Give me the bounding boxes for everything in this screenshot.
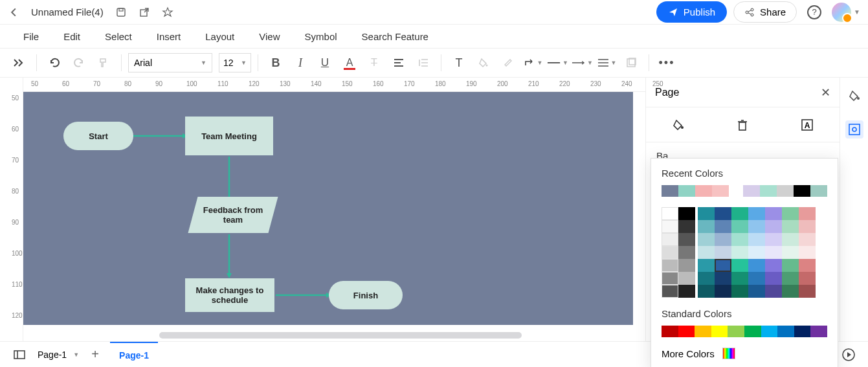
color-swatch[interactable]	[765, 220, 782, 233]
line-style-icon[interactable]: ▼	[546, 52, 568, 74]
color-swatch[interactable]	[777, 185, 794, 197]
color-swatch[interactable]	[799, 220, 816, 233]
close-icon[interactable]: ✕	[821, 85, 830, 100]
flow-changes[interactable]: Make changes to schedule	[185, 278, 274, 312]
color-swatch[interactable]	[678, 285, 695, 298]
color-swatch[interactable]	[765, 259, 782, 272]
back-icon[interactable]	[8, 6, 19, 18]
color-swatch[interactable]	[744, 326, 761, 337]
font-color-icon[interactable]: A	[339, 52, 361, 74]
menu-symbol[interactable]: Symbol	[305, 31, 337, 42]
menu-layout[interactable]: Layout	[205, 31, 234, 42]
color-swatch[interactable]	[698, 233, 715, 246]
color-swatch[interactable]	[678, 272, 695, 285]
color-swatch[interactable]	[731, 272, 748, 285]
redo-icon[interactable]	[68, 52, 90, 74]
menu-edit[interactable]: Edit	[63, 31, 80, 42]
color-swatch[interactable]	[678, 207, 695, 220]
menu-file[interactable]: File	[23, 31, 39, 42]
color-swatch[interactable]	[782, 272, 799, 285]
color-swatch[interactable]	[782, 285, 799, 298]
color-swatch[interactable]	[678, 246, 695, 259]
color-swatch[interactable]	[810, 185, 827, 197]
color-swatch[interactable]	[695, 185, 712, 197]
color-swatch[interactable]	[748, 259, 765, 272]
color-swatch[interactable]	[782, 259, 799, 272]
color-swatch[interactable]	[748, 220, 765, 233]
flow-finish[interactable]: Finish	[329, 281, 403, 309]
flow-meeting[interactable]: Team Meeting	[185, 117, 273, 155]
color-swatch[interactable]	[799, 233, 816, 246]
color-swatch[interactable]	[715, 207, 731, 220]
panel-tab-delete[interactable]	[731, 113, 754, 137]
format-painter-icon[interactable]	[93, 52, 115, 74]
canvas-area[interactable]: Start Team Meeting Feedback from team Ma…	[23, 92, 645, 341]
color-swatch[interactable]	[712, 185, 729, 197]
align-icon[interactable]	[388, 52, 410, 74]
color-swatch[interactable]	[748, 272, 765, 285]
color-swatch[interactable]	[799, 246, 816, 259]
publish-button[interactable]: Publish	[656, 1, 727, 23]
color-swatch[interactable]	[662, 246, 678, 259]
color-swatch[interactable]	[662, 259, 678, 272]
color-swatch[interactable]	[698, 285, 715, 298]
color-swatch[interactable]	[698, 207, 715, 220]
color-swatch[interactable]	[695, 326, 711, 337]
color-swatch[interactable]	[765, 285, 782, 298]
color-swatch[interactable]	[662, 233, 678, 246]
color-swatch[interactable]	[678, 233, 695, 246]
arrow-style-icon[interactable]: ▼	[571, 52, 593, 74]
file-name[interactable]: Unnamed File(4)	[31, 6, 104, 17]
horizontal-scrollbar[interactable]	[159, 332, 522, 339]
color-swatch[interactable]	[743, 185, 760, 197]
color-swatch[interactable]	[698, 272, 715, 285]
color-swatch[interactable]	[662, 285, 678, 298]
color-swatch[interactable]	[731, 259, 748, 272]
color-swatch[interactable]	[731, 220, 748, 233]
color-swatch[interactable]	[777, 326, 794, 337]
add-page-button[interactable]: +	[85, 345, 105, 364]
color-swatch[interactable]	[794, 326, 811, 337]
color-swatch[interactable]	[799, 272, 816, 285]
color-swatch[interactable]	[765, 246, 782, 259]
menu-view[interactable]: View	[259, 31, 280, 42]
avatar[interactable]	[832, 3, 851, 22]
play-icon[interactable]	[840, 346, 858, 364]
color-swatch[interactable]	[678, 220, 695, 233]
fill-color-icon[interactable]	[473, 52, 495, 74]
line-spacing-icon[interactable]	[412, 52, 434, 74]
rail-settings-icon[interactable]	[845, 120, 863, 139]
color-swatch[interactable]	[715, 220, 731, 233]
panel-tab-text[interactable]: A	[796, 113, 819, 137]
color-swatch[interactable]	[678, 259, 695, 272]
color-swatch[interactable]	[662, 220, 678, 233]
color-swatch[interactable]	[794, 185, 810, 197]
color-swatch[interactable]	[782, 246, 799, 259]
color-swatch[interactable]	[765, 233, 782, 246]
color-swatch[interactable]	[698, 246, 715, 259]
color-swatch[interactable]	[799, 285, 816, 298]
underline-icon[interactable]: U	[314, 52, 336, 74]
color-swatch[interactable]	[731, 207, 748, 220]
color-swatch[interactable]	[662, 272, 678, 285]
color-swatch[interactable]	[765, 272, 782, 285]
save-icon[interactable]	[115, 6, 127, 18]
color-swatch[interactable]	[782, 207, 799, 220]
panel-toggle-icon[interactable]	[10, 346, 28, 364]
color-swatch[interactable]	[810, 326, 827, 337]
line-jump-icon[interactable]: ▼	[595, 52, 618, 74]
strikethrough-icon[interactable]: T	[363, 52, 385, 74]
color-swatch[interactable]	[748, 207, 765, 220]
menu-search[interactable]: Search Feature	[362, 31, 428, 42]
flow-feedback[interactable]: Feedback from team	[188, 197, 278, 233]
color-swatch[interactable]	[748, 285, 765, 298]
color-swatch[interactable]	[678, 326, 695, 337]
bold-icon[interactable]: B	[265, 52, 287, 74]
flow-start[interactable]: Start	[63, 122, 133, 150]
expand-toolbar-icon[interactable]	[8, 52, 30, 74]
export-icon[interactable]	[139, 6, 150, 18]
color-swatch[interactable]	[698, 259, 715, 272]
color-swatch[interactable]	[799, 259, 816, 272]
page-tab[interactable]: Page-1	[110, 342, 158, 367]
page-selector[interactable]: Page-1 ▼	[31, 345, 85, 364]
